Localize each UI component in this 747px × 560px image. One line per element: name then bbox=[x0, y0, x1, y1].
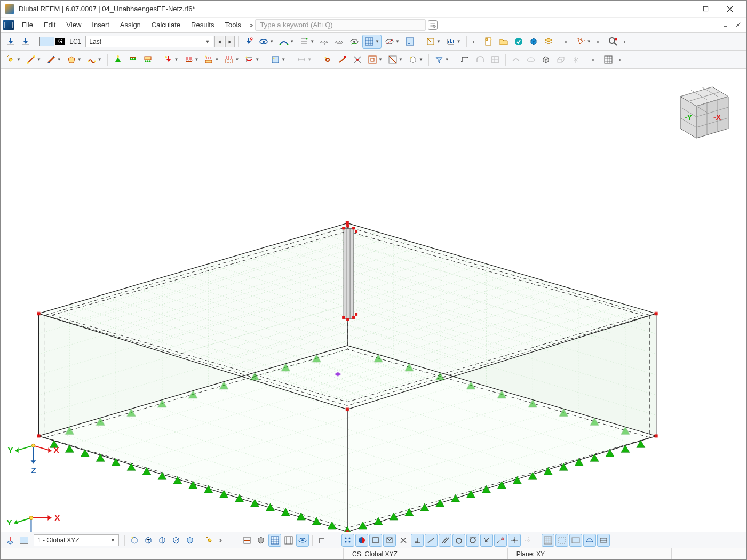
loadcase-next-button[interactable] bbox=[19, 35, 33, 49]
loadcase-dropdown[interactable]: Last ▼ bbox=[85, 36, 213, 47]
snap-extension-button[interactable] bbox=[494, 534, 507, 547]
solid-render-button[interactable] bbox=[255, 534, 267, 547]
snap-tangent-button[interactable] bbox=[452, 534, 465, 547]
show-load-button[interactable] bbox=[242, 35, 256, 49]
area-load-button[interactable]: ▼ bbox=[202, 53, 221, 67]
curve-button[interactable] bbox=[509, 53, 523, 67]
menu-edit[interactable]: Edit bbox=[38, 19, 61, 31]
menu-view[interactable]: View bbox=[61, 19, 86, 31]
grid-visible-button[interactable] bbox=[542, 534, 554, 547]
mesh-settings-button[interactable] bbox=[601, 53, 615, 67]
view-y-button[interactable] bbox=[156, 534, 169, 547]
menu-file[interactable]: File bbox=[17, 19, 38, 31]
snap-endpoint-button[interactable] bbox=[369, 534, 382, 547]
toolbar1-overflow3[interactable]: ›› bbox=[594, 38, 600, 45]
rigid-link-button[interactable] bbox=[336, 53, 349, 67]
wireframe-mesh-button[interactable] bbox=[268, 534, 281, 547]
close-button[interactable] bbox=[718, 2, 742, 17]
animate-button[interactable]: ▼ bbox=[424, 35, 443, 49]
snap-guide-button[interactable] bbox=[522, 534, 535, 547]
results-toggle-button[interactable]: ▼ bbox=[257, 35, 276, 49]
view-opposite-button[interactable] bbox=[184, 534, 196, 547]
cube-tool-button[interactable] bbox=[539, 53, 553, 67]
snap-perpendicular-button[interactable] bbox=[411, 534, 424, 547]
menu-overflow-icon[interactable]: ›› bbox=[247, 21, 256, 29]
toolbar2-overflow2[interactable]: ›› bbox=[616, 56, 622, 63]
toolbar1-overflow2[interactable]: ›› bbox=[562, 38, 568, 45]
filter-button[interactable]: ▼ bbox=[432, 53, 451, 67]
dimension-button[interactable]: ▼ bbox=[295, 53, 314, 67]
select-button[interactable]: ▼ bbox=[574, 35, 593, 49]
snap-parallel-button[interactable] bbox=[439, 534, 451, 547]
menu-calculate[interactable]: Calculate bbox=[146, 19, 186, 31]
show-supports-button[interactable] bbox=[296, 534, 309, 547]
arch-button[interactable] bbox=[473, 53, 487, 67]
isolines-button[interactable]: ▼ bbox=[383, 35, 402, 49]
view-iso-button[interactable] bbox=[128, 534, 141, 547]
snap-nearest-button[interactable] bbox=[480, 534, 493, 547]
diagram-button[interactable]: ▼ bbox=[444, 35, 463, 49]
toolbar2-overflow[interactable]: ›› bbox=[590, 56, 595, 63]
coordinate-system-dropdown[interactable]: 1 - Global XYZ ▼ bbox=[34, 534, 119, 546]
snap-object-button[interactable] bbox=[355, 534, 368, 547]
deformation-button[interactable]: ▼ bbox=[277, 35, 296, 49]
loadcase-nav-prev[interactable]: ◄ bbox=[214, 36, 224, 47]
guides-visible-button[interactable] bbox=[555, 534, 568, 547]
minimize-button[interactable] bbox=[669, 2, 693, 17]
new-object-button[interactable] bbox=[203, 534, 216, 547]
menu-results[interactable]: Results bbox=[186, 19, 219, 31]
transparency-button[interactable] bbox=[347, 35, 361, 49]
revolve-button[interactable] bbox=[569, 53, 583, 67]
find-button[interactable] bbox=[606, 35, 620, 49]
surface-support-button[interactable] bbox=[141, 53, 155, 67]
background-visible-button[interactable] bbox=[569, 534, 582, 547]
view-x-button[interactable] bbox=[142, 534, 155, 547]
nodal-support-button[interactable] bbox=[111, 53, 125, 67]
member-button[interactable]: ▼ bbox=[44, 53, 63, 67]
hinge-button[interactable] bbox=[321, 53, 335, 67]
nodal-load-button[interactable]: ▼ bbox=[162, 53, 181, 67]
navigation-cube[interactable]: -Y -X bbox=[664, 75, 734, 145]
shell-button[interactable] bbox=[524, 53, 538, 67]
work-plane-button[interactable] bbox=[4, 534, 17, 547]
ucs-button[interactable] bbox=[316, 534, 329, 547]
solid-button[interactable]: ▼ bbox=[85, 53, 104, 67]
line-support-button[interactable] bbox=[126, 53, 140, 67]
snap-node-button[interactable] bbox=[508, 534, 521, 547]
model-viewport[interactable]: X Y Z X Y Z bbox=[1, 69, 746, 532]
surface-button[interactable]: ▼ bbox=[65, 53, 84, 67]
cloud-button[interactable] bbox=[512, 35, 526, 49]
view-z-button[interactable] bbox=[170, 534, 182, 547]
opening-button[interactable]: ▼ bbox=[365, 53, 385, 67]
line-button[interactable]: ▼ bbox=[24, 53, 43, 67]
values2-button[interactable]: x.xx bbox=[332, 35, 346, 49]
plane-xy-button[interactable] bbox=[458, 53, 472, 67]
free-load-button[interactable]: ▼ bbox=[222, 53, 241, 67]
imposed-def-button[interactable]: ▼ bbox=[242, 53, 261, 67]
app-menu-icon[interactable] bbox=[3, 20, 14, 30]
block-button[interactable] bbox=[527, 35, 541, 49]
loadcase-nav-next[interactable]: ► bbox=[225, 36, 235, 47]
menu-insert[interactable]: Insert bbox=[86, 19, 115, 31]
bottombar-overflow[interactable]: ›› bbox=[217, 537, 222, 544]
clip-plane-button[interactable] bbox=[583, 534, 596, 547]
grid-view-button[interactable]: ▼ bbox=[362, 35, 382, 49]
new-model-button[interactable] bbox=[482, 35, 496, 49]
show-numbering-button[interactable] bbox=[597, 534, 610, 547]
frame-button[interactable] bbox=[488, 53, 502, 67]
node-button[interactable]: ▼ bbox=[4, 53, 23, 67]
menu-tools[interactable]: Tools bbox=[219, 19, 246, 31]
toolbar1-overflow[interactable]: ›› bbox=[470, 38, 475, 45]
open-model-button[interactable] bbox=[497, 35, 511, 49]
toolbar1-overflow4[interactable]: ›› bbox=[621, 38, 626, 45]
section-cut-button[interactable] bbox=[241, 534, 253, 547]
stiffener-button[interactable]: ▼ bbox=[386, 53, 405, 67]
extrude-button[interactable] bbox=[554, 53, 568, 67]
search-button[interactable] bbox=[428, 20, 438, 30]
section-button[interactable]: ▼ bbox=[406, 53, 425, 67]
line-load-button[interactable]: ▼ bbox=[182, 53, 201, 67]
model-canvas[interactable]: X Y Z X Y Z bbox=[1, 69, 746, 532]
transparent-render-button[interactable] bbox=[282, 534, 295, 547]
snap-grid-button[interactable] bbox=[341, 534, 354, 547]
values-button[interactable]: x.xx bbox=[317, 35, 331, 49]
